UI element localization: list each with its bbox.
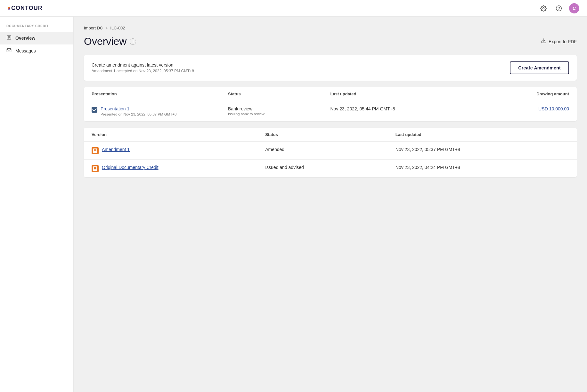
logo: CONTOUR — [8, 5, 43, 12]
info-icon[interactable]: i — [130, 38, 136, 45]
version-lastupdated-1: Nov 23, 2022, 04:24 PM GMT+8 — [395, 165, 569, 170]
sidebar: DOCUMENTARY CREDIT Overview Messages — [0, 17, 74, 392]
presentations-table-header: Presentation Status Last updated Drawing… — [84, 87, 577, 101]
presentation-last-updated: Nov 23, 2022, 05:44 PM GMT+8 — [330, 106, 467, 111]
version-link-amendment1[interactable]: Amendment 1 — [102, 147, 130, 152]
col-drawing-amount: Drawing amount — [467, 92, 569, 96]
create-amendment-button[interactable]: Create Amendment — [510, 61, 569, 74]
sidebar-overview-label: Overview — [15, 36, 35, 41]
page-title-row: Overview i — [84, 36, 136, 47]
page-title: Overview — [84, 36, 126, 47]
versions-table: Version Status Last updated Amendment 1 — [84, 128, 577, 177]
col-presentation: Presentation — [92, 92, 228, 96]
amendment-text-sub: Amendment 1 accepted on Nov 23, 2022, 05… — [92, 69, 194, 73]
logo-dot — [8, 7, 10, 10]
amendment-text-main: Create amendment against latest version — [92, 62, 194, 68]
main-content: Import DC > ILC-002 Overview i Export to… — [74, 17, 587, 392]
svg-point-0 — [543, 7, 544, 9]
help-button[interactable] — [554, 3, 564, 13]
amendment-banner: Create amendment against latest version … — [84, 55, 577, 81]
document-orange-icon-orig — [92, 165, 99, 172]
version-status-0: Amended — [265, 147, 395, 152]
page-header: Overview i Export to PDF — [84, 36, 577, 47]
breadcrumb: Import DC > ILC-002 — [84, 26, 577, 30]
sidebar-item-messages[interactable]: Messages — [0, 44, 73, 57]
sidebar-section-label: DOCUMENTARY CREDIT — [0, 24, 73, 32]
mail-icon — [6, 48, 12, 54]
col-status: Status — [228, 92, 330, 96]
table-row: Amendment 1 Amended Nov 23, 2022, 05:37 … — [84, 142, 577, 160]
version-status-1: Issued and advised — [265, 165, 395, 170]
nav-icons: C — [538, 3, 579, 13]
status-sub: Issuing bank to review — [228, 112, 330, 116]
export-pdf-button[interactable]: Export to PDF — [541, 38, 577, 45]
logo-text: CONTOUR — [11, 5, 43, 12]
col-version-status: Status — [265, 132, 395, 137]
presentation-name-cell: Presentation 1 Presented on Nov 23, 2022… — [92, 106, 228, 116]
versions-table-header: Version Status Last updated — [84, 128, 577, 142]
document-icon — [6, 35, 12, 41]
version-lastupdated-0: Nov 23, 2022, 05:37 PM GMT+8 — [395, 147, 569, 152]
download-icon — [541, 38, 547, 45]
top-navigation: CONTOUR C — [0, 0, 587, 17]
presentations-table: Presentation Status Last updated Drawing… — [84, 87, 577, 121]
version-name-cell: Amendment 1 — [92, 147, 265, 154]
col-version: Version — [92, 132, 265, 137]
amendment-text: Create amendment against latest version … — [92, 62, 194, 73]
version-name-cell-orig: Original Documentary Credit — [92, 165, 265, 172]
app-layout: DOCUMENTARY CREDIT Overview Messages — [0, 17, 587, 392]
drawing-amount: USD 10,000.00 — [467, 106, 569, 111]
presentation-sub: Presented on Nov 23, 2022, 05:37 PM GMT+… — [101, 112, 177, 116]
breadcrumb-separator: > — [105, 26, 108, 30]
status-main: Bank review — [228, 106, 330, 111]
settings-button[interactable] — [538, 3, 549, 13]
version-link-original[interactable]: Original Documentary Credit — [102, 165, 159, 170]
sidebar-messages-label: Messages — [15, 48, 36, 53]
export-label: Export to PDF — [549, 39, 577, 44]
svg-point-1 — [556, 5, 562, 11]
col-last-updated: Last updated — [330, 92, 467, 96]
breadcrumb-parent[interactable]: Import DC — [84, 26, 103, 30]
document-orange-icon — [92, 147, 99, 154]
user-avatar[interactable]: C — [569, 3, 579, 13]
sidebar-item-overview[interactable]: Overview — [0, 32, 73, 44]
breadcrumb-current: ILC-002 — [110, 26, 125, 30]
amendment-version-link[interactable]: version — [159, 62, 173, 68]
col-version-last-updated: Last updated — [395, 132, 569, 137]
table-row: Original Documentary Credit Issued and a… — [84, 160, 577, 177]
table-row: Presentation 1 Presented on Nov 23, 2022… — [84, 101, 577, 121]
presentation-status-cell: Bank review Issuing bank to review — [228, 106, 330, 116]
checkbox-checked-icon — [92, 107, 97, 113]
presentation-link[interactable]: Presentation 1 — [101, 106, 177, 111]
